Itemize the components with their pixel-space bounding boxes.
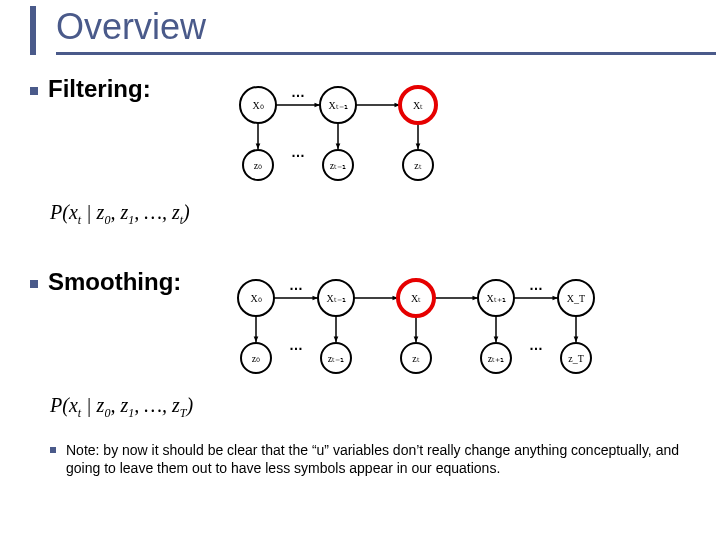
- svg-text:Xₜ: Xₜ: [413, 100, 423, 111]
- svg-text:…: …: [289, 277, 303, 293]
- svg-text:zₜ₋₁: zₜ₋₁: [328, 353, 344, 364]
- title-block: Overview: [30, 6, 720, 55]
- smoothing-formula: P(xt | z0, z1, …, zT): [50, 394, 193, 416]
- svg-text:…: …: [529, 277, 543, 293]
- filtering-formula: P(xt | z0, z1, …, zt): [50, 201, 190, 223]
- smoothing-diagram: …………X₀z₀Xₜ₋₁zₜ₋₁XₜzₜXₜ₊₁zₜ₊₁X_Tz_T: [226, 268, 720, 388]
- svg-marker-11: [416, 143, 421, 149]
- filtering-label: Filtering:: [48, 75, 228, 103]
- bullet-icon: [30, 280, 38, 288]
- svg-text:zₜ: zₜ: [412, 353, 419, 364]
- svg-text:…: …: [291, 144, 305, 160]
- svg-text:Xₜ: Xₜ: [411, 293, 421, 304]
- bullet-icon: [30, 87, 38, 95]
- svg-marker-7: [256, 143, 261, 149]
- svg-text:Xₜ₋₁: Xₜ₋₁: [328, 100, 347, 111]
- smoothing-label: Smoothing:: [48, 268, 226, 296]
- svg-text:…: …: [289, 337, 303, 353]
- svg-marker-43: [494, 336, 499, 342]
- slide-title: Overview: [56, 6, 716, 55]
- svg-marker-45: [574, 336, 579, 342]
- svg-text:z₀: z₀: [254, 160, 262, 171]
- svg-text:…: …: [291, 84, 305, 100]
- svg-text:Xₜ₋₁: Xₜ₋₁: [326, 293, 345, 304]
- note-block: Note: by now it should be clear that the…: [50, 441, 680, 477]
- svg-text:X₀: X₀: [252, 100, 263, 111]
- svg-marker-39: [334, 336, 339, 342]
- note-text: Note: by now it should be clear that the…: [66, 441, 680, 477]
- bullet-icon: [50, 447, 56, 453]
- svg-marker-41: [414, 336, 419, 342]
- svg-text:…: …: [529, 337, 543, 353]
- svg-marker-37: [254, 336, 259, 342]
- svg-marker-9: [336, 143, 341, 149]
- svg-text:X₀: X₀: [250, 293, 261, 304]
- svg-text:X_T: X_T: [567, 293, 585, 304]
- svg-text:zₜ: zₜ: [414, 160, 421, 171]
- svg-text:Xₜ₊₁: Xₜ₊₁: [486, 293, 505, 304]
- filtering-diagram: ……X₀z₀Xₜ₋₁zₜ₋₁Xₜzₜ: [228, 75, 608, 195]
- svg-text:z_T: z_T: [568, 353, 584, 364]
- svg-text:zₜ₋₁: zₜ₋₁: [330, 160, 346, 171]
- svg-text:zₜ₊₁: zₜ₊₁: [488, 353, 504, 364]
- svg-text:z₀: z₀: [252, 353, 260, 364]
